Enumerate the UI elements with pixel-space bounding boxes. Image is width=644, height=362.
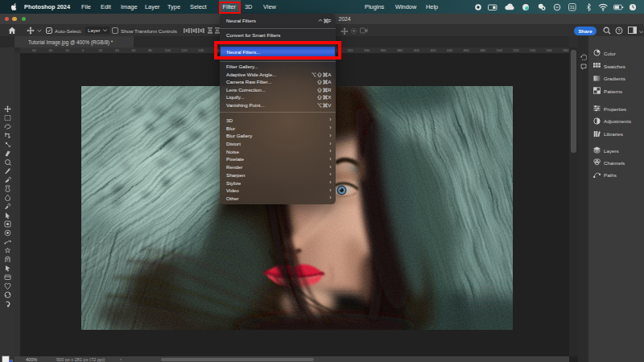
svg-text:?: ?	[617, 28, 621, 33]
svg-text:31: 31	[570, 5, 575, 10]
